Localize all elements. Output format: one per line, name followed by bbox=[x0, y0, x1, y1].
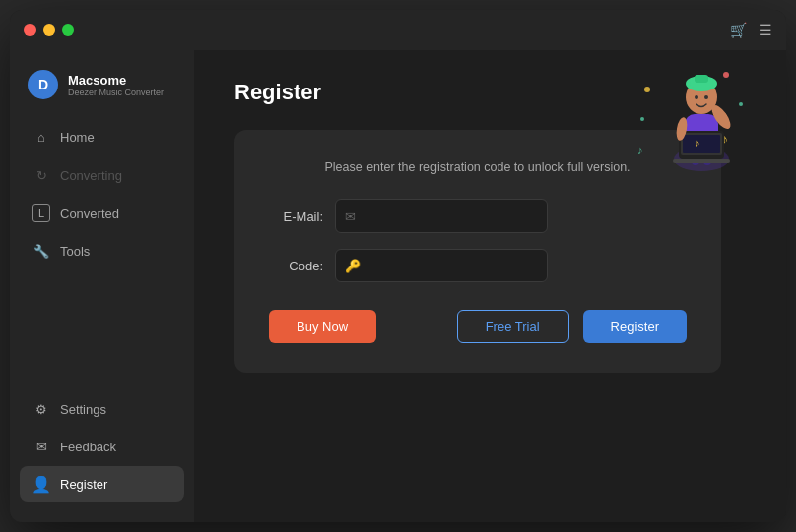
converted-icon: L bbox=[32, 204, 50, 222]
brand-subtitle: Deezer Music Converter bbox=[68, 88, 164, 97]
brand-name: Macsome bbox=[68, 73, 164, 88]
form-actions: Buy Now Free Trial Register bbox=[269, 310, 687, 343]
home-icon: ⌂ bbox=[32, 128, 50, 146]
minimize-button[interactable] bbox=[43, 24, 55, 36]
sidebar-label-converted: Converted bbox=[60, 206, 119, 221]
svg-rect-13 bbox=[673, 159, 730, 163]
svg-point-3 bbox=[739, 102, 743, 106]
sidebar-label-tools: Tools bbox=[60, 244, 90, 259]
app-brand: D Macsome Deezer Music Converter bbox=[10, 60, 194, 119]
sidebar-item-converted[interactable]: L Converted bbox=[20, 195, 184, 231]
sidebar-label-register: Register bbox=[60, 477, 107, 492]
sidebar-label-settings: Settings bbox=[60, 402, 106, 417]
titlebar-actions: 🛒 ☰ bbox=[730, 22, 772, 38]
sidebar-item-converting: ↻ Converting bbox=[20, 157, 184, 193]
illustration: ♪ ♪ ♪ bbox=[627, 60, 756, 179]
close-button[interactable] bbox=[24, 24, 36, 36]
settings-icon: ⚙ bbox=[32, 400, 50, 418]
sidebar-item-home[interactable]: ⌂ Home bbox=[20, 119, 184, 155]
sidebar-item-register[interactable]: 👤 Register bbox=[20, 466, 184, 502]
sidebar-item-feedback[interactable]: ✉ Feedback bbox=[20, 429, 184, 464]
sidebar-label-home: Home bbox=[60, 130, 95, 145]
brand-icon: D bbox=[28, 70, 58, 99]
svg-rect-12 bbox=[683, 135, 720, 153]
sidebar-label-feedback: Feedback bbox=[60, 440, 116, 454]
code-label: Code: bbox=[269, 259, 323, 273]
card-description: Please enter the registration code to un… bbox=[269, 160, 687, 174]
content-area: Register ♪ ♪ bbox=[194, 50, 786, 522]
sidebar-item-tools[interactable]: 🔧 Tools bbox=[20, 233, 184, 268]
sidebar-item-settings[interactable]: ⚙ Settings bbox=[20, 391, 184, 427]
sidebar-label-converting: Converting bbox=[60, 168, 122, 183]
app-window: 🛒 ☰ D Macsome Deezer Music Converter ⌂ H… bbox=[10, 10, 786, 522]
titlebar: 🛒 ☰ bbox=[10, 10, 786, 50]
code-input[interactable] bbox=[335, 249, 548, 282]
svg-point-2 bbox=[723, 72, 729, 78]
svg-text:♪: ♪ bbox=[637, 144, 643, 156]
sidebar-nav: ⌂ Home ↻ Converting L Converted 🔧 Tools bbox=[10, 119, 194, 391]
svg-point-20 bbox=[695, 95, 698, 99]
maximize-button[interactable] bbox=[62, 24, 74, 36]
svg-point-0 bbox=[644, 87, 650, 92]
menu-icon[interactable]: ☰ bbox=[759, 22, 772, 38]
feedback-icon: ✉ bbox=[32, 438, 50, 455]
register-button[interactable]: Register bbox=[583, 310, 687, 343]
content-inner: Register ♪ ♪ bbox=[194, 50, 786, 522]
free-trial-button[interactable]: Free Trial bbox=[457, 310, 569, 343]
sidebar-bottom: ⚙ Settings ✉ Feedback 👤 Register bbox=[10, 391, 194, 512]
brand-text: Macsome Deezer Music Converter bbox=[68, 73, 164, 97]
svg-text:♪: ♪ bbox=[695, 137, 700, 149]
converting-icon: ↻ bbox=[32, 166, 50, 184]
email-label: E-Mail: bbox=[269, 209, 323, 224]
traffic-lights bbox=[24, 24, 74, 36]
actions-right: Free Trial Register bbox=[457, 310, 687, 343]
sidebar: D Macsome Deezer Music Converter ⌂ Home … bbox=[10, 50, 194, 522]
svg-point-1 bbox=[640, 117, 644, 121]
code-input-wrapper: 🔑 bbox=[335, 249, 687, 282]
tools-icon: 🔧 bbox=[32, 242, 50, 260]
buy-now-button[interactable]: Buy Now bbox=[269, 310, 376, 343]
email-row: E-Mail: ✉ bbox=[269, 199, 687, 233]
svg-point-21 bbox=[704, 95, 708, 99]
svg-rect-19 bbox=[695, 75, 708, 83]
cart-icon[interactable]: 🛒 bbox=[730, 22, 747, 38]
code-row: Code: 🔑 bbox=[269, 249, 687, 282]
email-input[interactable] bbox=[335, 199, 548, 233]
main-layout: D Macsome Deezer Music Converter ⌂ Home … bbox=[10, 50, 786, 522]
email-input-wrapper: ✉ bbox=[335, 199, 687, 233]
register-icon: 👤 bbox=[32, 475, 50, 493]
